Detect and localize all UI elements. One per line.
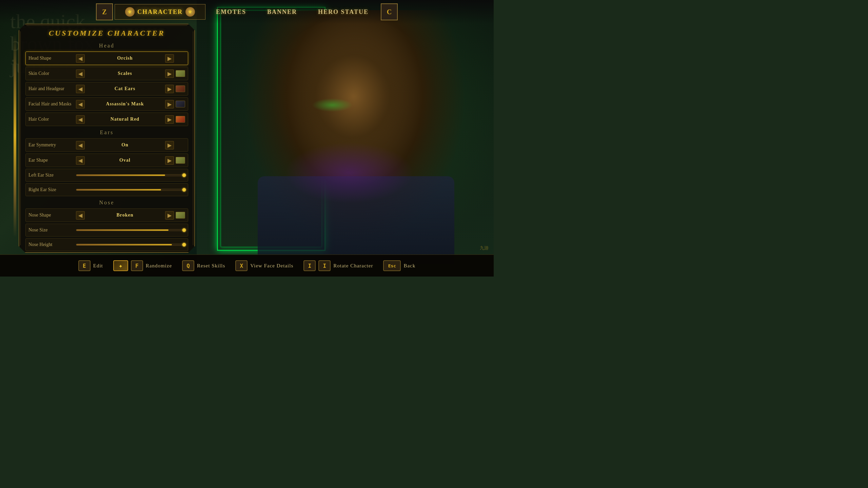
skin-color-label: Skin Color — [28, 71, 76, 76]
skin-color-prev[interactable]: ◀ — [76, 69, 85, 78]
skin-color-swatch[interactable] — [176, 70, 185, 77]
character-tab-icon: ⚜ — [125, 7, 135, 17]
randomize-action[interactable]: ✦ F Randomize — [113, 260, 172, 271]
right-ear-size-track[interactable] — [76, 189, 185, 191]
skin-color-value: Scales — [87, 71, 163, 76]
nose-height-fill — [76, 244, 172, 245]
nav-z-button[interactable]: Z — [96, 3, 113, 20]
hair-color-next[interactable]: ▶ — [165, 115, 174, 124]
ear-shape-prev[interactable]: ◀ — [76, 156, 85, 165]
right-ear-size-label: Right Ear Size — [28, 187, 76, 192]
hair-color-arrows: ◀ Natural Red ▶ — [76, 115, 174, 124]
edit-key: E — [78, 260, 91, 271]
reset-key: Q — [182, 260, 194, 271]
rotate-action[interactable]: I I Rotate Character — [303, 260, 373, 271]
right-ear-size-fill — [76, 189, 161, 190]
facial-hair-swatch[interactable] — [176, 101, 185, 107]
hair-headgear-prev[interactable]: ◀ — [76, 85, 85, 93]
char-eye-glow — [312, 98, 353, 112]
right-ear-size-thumb[interactable] — [182, 188, 186, 192]
left-ear-size-thumb[interactable] — [182, 173, 186, 177]
nav-c-button[interactable]: C — [381, 3, 398, 20]
nose-shape-swatch[interactable] — [176, 212, 185, 219]
back-key: Esc — [383, 260, 401, 271]
ear-symmetry-value: On — [87, 142, 163, 148]
nose-shape-prev[interactable]: ◀ — [76, 211, 85, 220]
hair-headgear-swatch[interactable] — [176, 85, 185, 92]
nose-size-thumb[interactable] — [182, 228, 186, 232]
facial-hair-next[interactable]: ▶ — [165, 100, 174, 108]
rotate-i1-key: I — [303, 260, 316, 271]
hair-color-value: Natural Red — [87, 117, 163, 122]
nose-height-track[interactable] — [76, 244, 185, 246]
facial-hair-value: Assassin's Mask — [87, 101, 163, 107]
facial-hair-arrows: ◀ Assassin's Mask ▶ — [76, 100, 174, 108]
reset-label: Reset Skills — [197, 263, 225, 269]
tab-banner[interactable]: BANNER — [257, 5, 308, 19]
ear-symmetry-arrows: ◀ On ▶ — [76, 141, 174, 149]
nose-shape-arrows: ◀ Broken ▶ — [76, 211, 174, 220]
facial-hair-row[interactable]: Facial Hair and Masks ◀ Assassin's Mask … — [25, 97, 188, 111]
hair-headgear-arrows: ◀ Cat Ears ▶ — [76, 85, 174, 93]
side-decorator — [14, 34, 16, 237]
watermark: 九游 — [480, 245, 489, 251]
hair-color-row[interactable]: Hair Color ◀ Natural Red ▶ — [25, 113, 188, 126]
customize-panel: CUSTOMIZE CHARACTER Head Head Shape ◀ Or… — [19, 24, 195, 253]
nose-size-track[interactable] — [76, 229, 185, 231]
nose-shape-label: Nose Shape — [28, 212, 76, 218]
panel-content[interactable]: CUSTOMIZE CHARACTER Head Head Shape ◀ Or… — [19, 24, 195, 253]
hair-headgear-next[interactable]: ▶ — [165, 85, 174, 93]
character-tab-label: CHARACTER — [137, 8, 183, 16]
section-nose-label: Nose — [25, 200, 188, 206]
nose-size-label: Nose Size — [28, 227, 76, 233]
left-ear-size-track[interactable] — [76, 174, 185, 176]
tab-emotes[interactable]: EMOTES — [205, 5, 257, 19]
skin-color-row[interactable]: Skin Color ◀ Scales ▶ — [25, 67, 188, 80]
nose-height-label: Nose Height — [28, 242, 76, 247]
reset-skills-action[interactable]: Q Reset Skills — [182, 260, 225, 271]
ear-shape-value: Oval — [87, 158, 163, 163]
skin-color-next[interactable]: ▶ — [165, 69, 174, 78]
right-ear-size-row[interactable]: Right Ear Size — [25, 183, 188, 196]
ear-symmetry-prev[interactable]: ◀ — [76, 141, 85, 149]
ear-symmetry-next[interactable]: ▶ — [165, 141, 174, 149]
nose-shape-next[interactable]: ▶ — [165, 211, 174, 220]
ear-symmetry-label: Ear Symmetry — [28, 142, 76, 148]
nose-shape-row[interactable]: Nose Shape ◀ Broken ▶ — [25, 208, 188, 222]
tab-hero-statue[interactable]: HERO STATUE — [308, 5, 379, 19]
rotate-i2-key: I — [318, 260, 331, 271]
nose-shape-value: Broken — [87, 212, 163, 218]
bottom-action-bar: E Edit ✦ F Randomize Q Reset Skills X Vi… — [0, 255, 494, 277]
head-shape-row[interactable]: Head Shape ◀ Orcish ▶ — [25, 52, 188, 65]
left-ear-size-row[interactable]: Left Ear Size — [25, 169, 188, 182]
edit-action[interactable]: E Edit — [78, 260, 103, 271]
hair-color-prev[interactable]: ◀ — [76, 115, 85, 124]
nose-size-fill — [76, 229, 169, 231]
ear-shape-arrows: ◀ Oval ▶ — [76, 156, 174, 165]
hair-headgear-row[interactable]: Hair and Headgear ◀ Cat Ears ▶ — [25, 82, 188, 96]
nose-size-row[interactable]: Nose Size — [25, 224, 188, 237]
banner-tab-label: BANNER — [267, 8, 297, 16]
view-face-key: X — [235, 260, 248, 271]
nose-height-row[interactable]: Nose Height — [25, 238, 188, 251]
head-shape-prev[interactable]: ◀ — [76, 54, 85, 63]
panel-title: CUSTOMIZE CHARACTER — [25, 29, 188, 38]
ear-shape-row[interactable]: Ear Shape ◀ Oval ▶ — [25, 154, 188, 167]
ear-shape-swatch[interactable] — [176, 157, 185, 164]
back-label: Back — [403, 263, 415, 269]
ear-symmetry-row[interactable]: Ear Symmetry ◀ On ▶ — [25, 138, 188, 152]
edit-label: Edit — [93, 263, 103, 269]
facial-hair-prev[interactable]: ◀ — [76, 100, 85, 108]
ear-shape-label: Ear Shape — [28, 158, 76, 163]
head-shape-next[interactable]: ▶ — [165, 54, 174, 63]
hair-color-swatch[interactable] — [176, 116, 185, 123]
skin-color-arrows: ◀ Scales ▶ — [76, 69, 174, 78]
section-head-label: Head — [25, 43, 188, 49]
ear-shape-next[interactable]: ▶ — [165, 156, 174, 165]
nose-height-thumb[interactable] — [182, 243, 186, 247]
view-face-action[interactable]: X View Face Details — [235, 260, 293, 271]
facial-hair-label: Facial Hair and Masks — [28, 101, 76, 107]
back-action[interactable]: Esc Back — [383, 260, 415, 271]
head-shape-label: Head Shape — [28, 56, 76, 61]
tab-character[interactable]: ⚜ CHARACTER ⚜ — [115, 4, 205, 20]
